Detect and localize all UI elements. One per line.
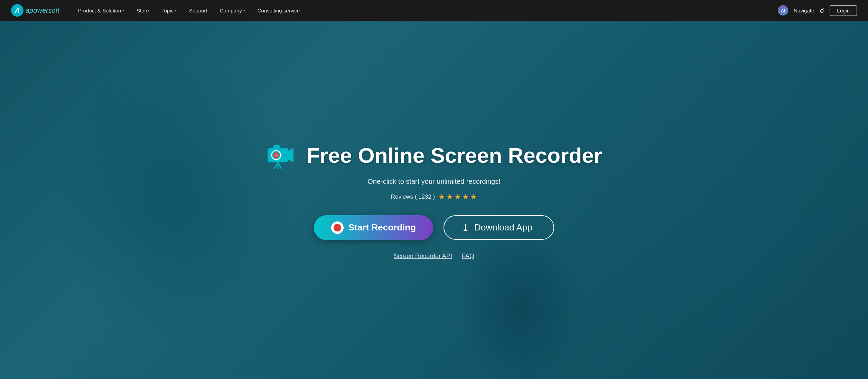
chevron-down-icon: ▾ <box>175 9 177 12</box>
svg-text:A: A <box>15 7 20 14</box>
nav-item-support[interactable]: Support <box>184 6 212 16</box>
logo[interactable]: A apowersoft <box>11 4 59 17</box>
star-5: ★ <box>470 192 477 201</box>
svg-marker-8 <box>288 148 293 162</box>
faq-link[interactable]: FAQ <box>462 253 474 260</box>
download-icon: ⤓ <box>461 223 469 233</box>
svg-point-6 <box>275 154 278 157</box>
start-recording-button[interactable]: Start Recording <box>314 215 433 240</box>
star-4: ★ <box>462 192 469 201</box>
hero-title: Free Online Screen Recorder <box>307 144 602 167</box>
nav-item-company[interactable]: Company ▾ <box>215 6 250 16</box>
hero-content: Free Online Screen Recorder One-click to… <box>259 126 609 274</box>
hero-buttons: Start Recording ⤓ Download App <box>314 215 554 240</box>
ai-badge: AI <box>778 5 788 16</box>
hero-section: Free Online Screen Recorder One-click to… <box>0 21 868 379</box>
hero-subtitle: One-click to start your unlimited record… <box>367 178 501 186</box>
search-icon[interactable]: ☌ <box>820 6 824 15</box>
nav-item-topic[interactable]: Topic ▾ <box>157 6 181 16</box>
hero-reviews: Reviews ( 1232 ) ★ ★ ★ ★ ★ <box>391 192 477 201</box>
nav-items: Product & Solution ▾ Store Topic ▾ Suppo… <box>73 6 778 16</box>
logo-text: apowersoft <box>26 7 59 15</box>
star-2: ★ <box>446 192 453 201</box>
chevron-down-icon: ▾ <box>243 9 245 12</box>
navbar: A apowersoft Product & Solution ▾ Store … <box>0 0 868 21</box>
login-button[interactable]: Login <box>830 5 857 16</box>
star-3: ★ <box>454 192 461 201</box>
star-1: ★ <box>438 192 445 201</box>
nav-item-store[interactable]: Store <box>132 6 154 16</box>
logo-icon: A <box>11 4 24 17</box>
nav-right: AI Navigate ☌ Login <box>778 5 857 16</box>
record-dot-inner <box>334 224 341 231</box>
start-recording-label: Start Recording <box>348 222 416 233</box>
svg-rect-7 <box>273 145 280 149</box>
camera-icon <box>266 140 297 171</box>
download-app-button[interactable]: ⤓ Download App <box>444 215 554 240</box>
reviews-label: Reviews ( 1232 ) <box>391 193 435 200</box>
record-dot-icon <box>331 221 344 234</box>
hero-title-row: Free Online Screen Recorder <box>266 140 602 171</box>
navigate-label[interactable]: Navigate <box>794 8 814 13</box>
download-app-label: Download App <box>474 222 532 233</box>
hero-links: Screen Recorder API FAQ <box>394 253 474 260</box>
chevron-down-icon: ▾ <box>122 9 124 12</box>
nav-item-consulting[interactable]: Consulting service <box>253 6 305 16</box>
screen-recorder-api-link[interactable]: Screen Recorder API <box>394 253 452 260</box>
nav-item-product[interactable]: Product & Solution ▾ <box>73 6 129 16</box>
star-rating: ★ ★ ★ ★ ★ <box>438 192 477 201</box>
